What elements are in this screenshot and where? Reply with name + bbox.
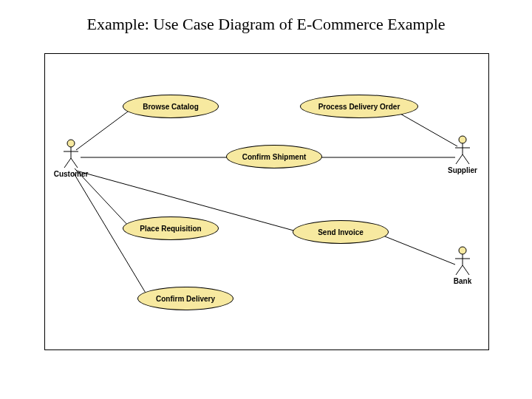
svg-line-9 <box>463 154 469 164</box>
stick-figure-icon <box>61 139 81 168</box>
svg-point-5 <box>459 136 466 143</box>
svg-point-0 <box>67 140 75 147</box>
usecase-place-requisition: Place Requisition <box>123 216 219 240</box>
actor-customer: Customer <box>52 139 89 178</box>
usecase-process-delivery-order: Process Delivery Order <box>300 95 418 118</box>
actor-supplier-label: Supplier <box>444 166 481 174</box>
usecase-confirm-delivery: Confirm Delivery <box>137 287 233 310</box>
actor-customer-label: Customer <box>52 170 89 178</box>
stick-figure-icon <box>453 246 472 276</box>
stick-figure-icon <box>453 135 472 165</box>
usecase-confirm-shipment: Confirm Shipment <box>226 145 322 168</box>
actor-bank: Bank <box>444 246 481 285</box>
svg-point-10 <box>459 247 466 254</box>
association-lines <box>45 54 488 349</box>
actor-supplier: Supplier <box>444 135 481 174</box>
svg-line-8 <box>456 154 463 164</box>
page-title: Example: Use Case Diagram of E-Commerce … <box>0 15 532 34</box>
actor-bank-label: Bank <box>444 277 481 285</box>
svg-line-4 <box>71 158 78 168</box>
use-case-diagram: Browse Catalog Process Delivery Order Co… <box>44 53 489 350</box>
usecase-send-invoice: Send Invoice <box>293 220 389 244</box>
svg-line-14 <box>463 265 469 275</box>
usecase-browse-catalog: Browse Catalog <box>123 95 219 118</box>
svg-line-3 <box>64 158 71 168</box>
svg-line-13 <box>456 265 463 275</box>
